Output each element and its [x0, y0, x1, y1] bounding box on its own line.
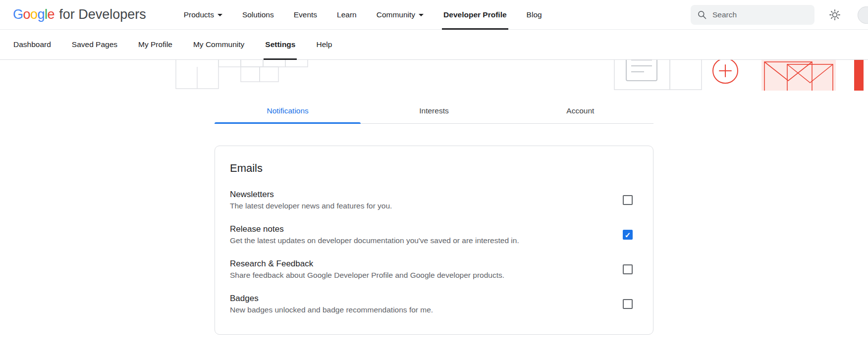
checkbox-release-notes[interactable]	[623, 230, 633, 240]
subnav-item-my-profile[interactable]: My Profile	[128, 30, 183, 59]
subnav-item-help[interactable]: Help	[306, 30, 342, 59]
nav-item-community[interactable]: Community	[367, 0, 434, 29]
email-row-description: The latest developer news and features f…	[230, 202, 392, 210]
tab-interests[interactable]: Interests	[361, 100, 507, 123]
nav-item-solutions[interactable]: Solutions	[232, 0, 284, 29]
nav-label: Community	[377, 10, 415, 19]
banner-red-bar	[854, 60, 864, 91]
email-row-text: Research & Feedback Share feedback about…	[230, 259, 504, 280]
chevron-down-icon	[217, 14, 222, 16]
chevron-down-icon	[419, 14, 424, 16]
email-row-badges: Badges New badges unlocked and badge rec…	[230, 294, 638, 314]
tab-account[interactable]: Account	[507, 100, 653, 123]
email-row-text: Badges New badges unlocked and badge rec…	[230, 294, 433, 314]
nav-label: Learn	[337, 10, 357, 19]
google-wordmark: Google	[13, 7, 54, 22]
search-icon	[697, 10, 707, 20]
card-title: Emails	[230, 162, 638, 175]
emails-card: Emails Newsletters The latest developer …	[215, 146, 653, 335]
nav-label: Solutions	[242, 10, 274, 19]
email-row-title: Research & Feedback	[230, 259, 504, 269]
envelopes-illustration	[761, 60, 836, 91]
checkbox-research-feedback[interactable]	[623, 264, 633, 274]
profile-subnav: Dashboard Saved Pages My Profile My Comm…	[0, 30, 868, 60]
google-developers-logo[interactable]: Google for Developers	[13, 7, 146, 22]
header-actions	[691, 5, 842, 25]
settings-tabs: Notifications Interests Account	[215, 100, 653, 124]
search-box[interactable]	[691, 5, 814, 25]
checkbox-newsletters[interactable]	[623, 195, 633, 205]
nav-label: Products	[184, 10, 214, 19]
nav-item-products[interactable]: Products	[174, 0, 232, 29]
nav-item-events[interactable]: Events	[284, 0, 327, 29]
nav-label: Events	[294, 10, 317, 19]
email-row-newsletters: Newsletters The latest developer news an…	[230, 190, 638, 210]
user-avatar[interactable]	[858, 6, 868, 24]
email-row-description: New badges unlocked and badge recommenda…	[230, 306, 433, 314]
hero-banner	[0, 60, 868, 91]
banner-grid-illustration	[174, 60, 318, 91]
nav-label: Developer Profile	[443, 10, 507, 19]
email-row-research-feedback: Research & Feedback Share feedback about…	[230, 259, 638, 280]
nav-item-blog[interactable]: Blog	[517, 0, 552, 29]
nav-item-developer-profile[interactable]: Developer Profile	[434, 0, 517, 29]
subnav-item-dashboard[interactable]: Dashboard	[3, 30, 61, 59]
logo-suffix: for Developers	[59, 7, 146, 22]
email-row-description: Get the latest updates on developer docu…	[230, 236, 519, 245]
subnav-item-my-community[interactable]: My Community	[183, 30, 255, 59]
sun-icon	[829, 9, 841, 21]
subnav-item-saved-pages[interactable]: Saved Pages	[61, 30, 128, 59]
nav-label: Blog	[527, 10, 542, 19]
email-row-release-notes: Release notes Get the latest updates on …	[230, 224, 638, 245]
top-header: Google for Developers Products Solutions…	[0, 0, 868, 30]
nav-item-learn[interactable]: Learn	[327, 0, 367, 29]
email-row-text: Release notes Get the latest updates on …	[230, 224, 519, 245]
theme-toggle-button[interactable]	[827, 7, 842, 22]
email-row-text: Newsletters The latest developer news an…	[230, 190, 392, 210]
email-row-title: Badges	[230, 294, 433, 304]
main-nav: Products Solutions Events Learn Communit…	[174, 0, 552, 29]
banner-document-illustration	[613, 60, 703, 91]
checkbox-badges[interactable]	[623, 299, 633, 309]
email-row-title: Release notes	[230, 224, 519, 234]
plus-circle-icon	[712, 60, 739, 84]
email-row-description: Share feedback about Google Developer Pr…	[230, 271, 504, 280]
search-input[interactable]	[712, 10, 808, 19]
tab-notifications[interactable]: Notifications	[215, 100, 361, 123]
subnav-item-settings[interactable]: Settings	[255, 30, 306, 59]
email-row-title: Newsletters	[230, 190, 392, 200]
settings-content: Notifications Interests Account Emails N…	[215, 100, 653, 335]
